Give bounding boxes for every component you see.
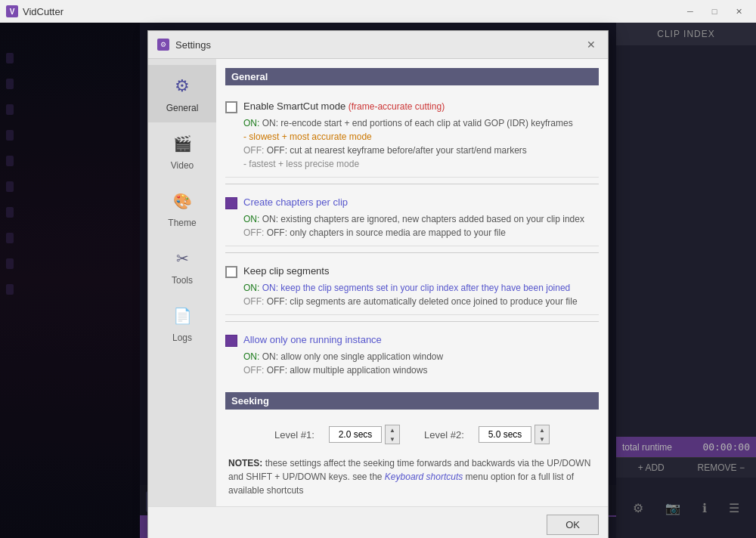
- level2-input-group: ▲ ▼: [479, 425, 550, 444]
- dialog-titlebar: ⚙ Settings ✕: [148, 31, 608, 59]
- notes-link: Keyboard shortcuts: [385, 472, 463, 482]
- maximize-button[interactable]: □: [703, 0, 726, 23]
- level1-spin: ▲ ▼: [385, 425, 400, 444]
- sidebar-item-general[interactable]: ⚙ General: [148, 65, 216, 122]
- ok-button[interactable]: OK: [547, 515, 599, 535]
- segments-setting: Keep clip segments ON: ON: keep the clip…: [225, 259, 599, 315]
- settings-dialog: ⚙ Settings ✕ ⚙ General 🎬 Video 🎨 Theme: [147, 30, 609, 538]
- window-controls: ─ □ ✕: [679, 0, 750, 23]
- level2-up-button[interactable]: ▲: [535, 425, 549, 434]
- single-instance-row: Allow only one running instance: [225, 334, 599, 347]
- smartcut-title: Enable SmartCut mode (frame-accurate cut…: [243, 100, 445, 112]
- settings-content: General Enable SmartCut mode (frame-accu…: [216, 59, 608, 506]
- dialog-title: Settings: [175, 39, 584, 51]
- tools-icon: ✂: [170, 246, 194, 271]
- logs-icon: 📄: [170, 304, 194, 328]
- smartcut-on-label: ON:: [243, 118, 259, 128]
- dialog-overlay: ⚙ Settings ✕ ⚙ General 🎬 Video 🎨 Theme: [0, 23, 756, 538]
- general-icon: ⚙: [170, 74, 194, 98]
- smartcut-row: Enable SmartCut mode (frame-accurate cut…: [225, 100, 599, 113]
- chapters-desc: ON: ON: existing chapters are ignored, n…: [243, 212, 599, 240]
- divider1: [225, 184, 599, 184]
- level2-label: Level #2:: [424, 429, 469, 441]
- seeking-row: Level #1: ▲ ▼ Level #2: ▲: [225, 419, 599, 450]
- seeking-section: Seeking Level #1: ▲ ▼ Level #2:: [225, 392, 599, 497]
- chapters-on-label: ON:: [243, 214, 259, 224]
- dialog-body: ⚙ General 🎬 Video 🎨 Theme ✂ Tools 📄: [148, 59, 608, 506]
- smartcut-subtitle: (frame-accurate cutting): [349, 101, 445, 112]
- chapters-title: Create chapters per clip: [243, 196, 348, 208]
- smartcut-desc: ON: ON: re-encode start + end portions o…: [243, 116, 599, 171]
- sidebar-item-label-logs: Logs: [172, 332, 192, 343]
- level2-spin: ▲ ▼: [534, 425, 550, 444]
- segments-title: Keep clip segments: [243, 265, 329, 277]
- dialog-icon: ⚙: [157, 39, 169, 51]
- chapters-row: Create chapters per clip: [225, 196, 599, 209]
- app-titlebar: V VidCutter ─ □ ✕: [0, 0, 756, 23]
- video-icon: 🎬: [170, 131, 194, 156]
- level2-down-button[interactable]: ▼: [535, 434, 549, 444]
- single-instance-off-label: OFF:: [243, 365, 264, 376]
- smartcut-checkbox[interactable]: [225, 101, 237, 113]
- single-instance-setting: Allow only one running instance ON: ON: …: [225, 328, 599, 383]
- segments-desc: ON: ON: keep the clip segments set in yo…: [243, 281, 599, 308]
- sidebar-item-theme[interactable]: 🎨 Theme: [148, 180, 216, 237]
- single-instance-title: Allow only one running instance: [243, 334, 382, 345]
- segments-off-label: OFF:: [243, 296, 264, 307]
- sidebar-item-label-tools: Tools: [172, 275, 193, 286]
- app-icon: V: [6, 5, 18, 17]
- level1-input-group: ▲ ▼: [329, 425, 400, 444]
- single-instance-checkbox[interactable]: [225, 335, 237, 347]
- sidebar-item-logs[interactable]: 📄 Logs: [148, 295, 216, 352]
- chapters-off-label: OFF:: [243, 227, 264, 238]
- single-instance-desc: ON: ON: allow only one single applicatio…: [243, 350, 599, 377]
- sidebar-item-label-theme: Theme: [168, 218, 196, 228]
- level1-input[interactable]: [329, 426, 382, 443]
- smartcut-setting: Enable SmartCut mode (frame-accurate cut…: [225, 94, 599, 178]
- smartcut-off-label: OFF:: [243, 145, 264, 156]
- theme-icon: 🎨: [170, 189, 194, 213]
- chapters-setting: Create chapters per clip ON: ON: existin…: [225, 190, 599, 246]
- divider3: [225, 321, 599, 322]
- single-instance-on-label: ON:: [243, 351, 259, 362]
- segments-on-label: ON:: [243, 283, 259, 293]
- segments-row: Keep clip segments: [225, 265, 599, 278]
- dialog-footer: OK: [148, 506, 608, 538]
- level1-down-button[interactable]: ▼: [386, 434, 399, 444]
- notes-prefix: NOTES:: [228, 458, 262, 468]
- chapters-checkbox[interactable]: [225, 197, 237, 209]
- level2-input[interactable]: [479, 426, 531, 443]
- minimize-button[interactable]: ─: [679, 0, 702, 23]
- divider2: [225, 252, 599, 253]
- sidebar-item-label-video: Video: [171, 160, 194, 171]
- seeking-notes: NOTES: these settings affect the seeking…: [225, 456, 599, 497]
- segments-checkbox[interactable]: [225, 266, 237, 278]
- sidebar-item-tools[interactable]: ✂ Tools: [148, 237, 216, 295]
- general-section-header: General: [225, 68, 599, 85]
- level1-label: Level #1:: [274, 429, 320, 441]
- close-button[interactable]: ✕: [727, 0, 750, 23]
- seeking-section-header: Seeking: [225, 392, 599, 410]
- app-title: VidCutter: [23, 6, 679, 17]
- dialog-close-button[interactable]: ✕: [584, 37, 599, 52]
- sidebar-item-video[interactable]: 🎬 Video: [148, 122, 216, 180]
- sidebar-item-label-general: General: [166, 103, 199, 113]
- level1-up-button[interactable]: ▲: [386, 425, 399, 434]
- sidebar-nav: ⚙ General 🎬 Video 🎨 Theme ✂ Tools 📄: [148, 59, 216, 506]
